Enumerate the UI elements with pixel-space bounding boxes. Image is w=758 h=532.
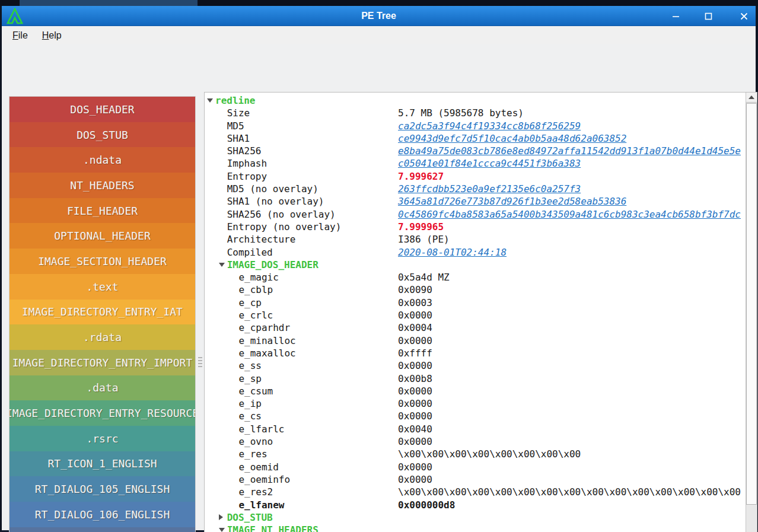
tree-row-e-cs[interactable]: e_cs0x0000	[205, 410, 746, 422]
tree-row-label: Compiled	[227, 246, 273, 259]
tree-row-e-crlc[interactable]: e_crlc0x0000	[205, 309, 746, 321]
tree-row-e-ip[interactable]: e_ip0x0000	[205, 397, 746, 410]
tree-row-value[interactable]: ca2dc5a3f94c4f19334cc8b68f256259	[398, 120, 581, 132]
tree-row-image-dos-header[interactable]: IMAGE_DOS_HEADER	[205, 259, 746, 271]
vertical-scrollbar[interactable]	[746, 93, 757, 532]
sidebar-item-file_header[interactable]: FILE_HEADER	[9, 198, 195, 224]
sidebar-item-label: .rdata	[83, 331, 122, 343]
tree-row-e-cblp[interactable]: e_cblp0x0090	[205, 283, 746, 296]
tree-row-label: Entropy (no overlay)	[227, 221, 342, 233]
tree-row-compiled[interactable]: Compiled2020-08-01T02:44:18	[205, 246, 746, 259]
tree-row-label: e_oemid	[238, 461, 278, 473]
tree-row-e-minalloc[interactable]: e_minalloc0x0000	[205, 335, 746, 347]
tree-row-e-cp[interactable]: e_cp0x0003	[205, 297, 746, 309]
tree-row-value: 0x0003	[398, 297, 432, 309]
close-button[interactable]	[739, 11, 749, 21]
tree-row-e-res2[interactable]: e_res2\x00\x00\x00\x00\x00\x00\x00\x00\x…	[205, 486, 746, 498]
minimize-button[interactable]	[671, 11, 681, 21]
tree-row-e-ss[interactable]: e_ss0x0000	[205, 359, 746, 372]
tree-row-value[interactable]: ce9943d9efc7d5f10cac4ab0b5aa48d62a063852	[398, 132, 626, 145]
sidebar-item-label: .ndata	[83, 154, 122, 166]
sidebar-item-.text[interactable]: .text	[9, 274, 195, 300]
tree-row-image-nt-headers[interactable]: IMAGE_NT_HEADERS	[205, 524, 746, 532]
tree-row-value[interactable]: 0c45869fc4ba8583a65a5400b343509a481c6cb9…	[398, 208, 741, 221]
tree-row-label: Entropy	[227, 170, 267, 183]
main-content: DOS_HEADERDOS_STUB.ndataNT_HEADERSFILE_H…	[2, 44, 756, 530]
tree-row-label: e_lfarlc	[238, 423, 284, 435]
sidebar-item-dos_stub[interactable]: DOS_STUB	[9, 122, 195, 148]
tree-row-sha256[interactable]: SHA256e8ba49a75de083cb786e8ed84972affa11…	[205, 145, 746, 157]
sidebar-item-nt_headers[interactable]: NT_HEADERS	[9, 173, 195, 198]
tree-row-label: e_ovno	[238, 435, 273, 448]
sidebar-item-label: DOS_HEADER	[70, 103, 134, 116]
tree-row-entropy-no-overlay-[interactable]: Entropy (no overlay)7.999965	[205, 221, 746, 233]
tree-row-e-ovno[interactable]: e_ovno0x0000	[205, 435, 746, 448]
tree-row-size[interactable]: Size5.7 MB (5985678 bytes)	[205, 107, 746, 119]
tree-row-value[interactable]: 2020-08-01T02:44:18	[398, 246, 507, 259]
tree-row-value: 0x00b8	[398, 372, 432, 385]
tree-row-sha256-no-overlay-[interactable]: SHA256 (no overlay)0c45869fc4ba8583a65a5…	[205, 208, 746, 221]
tree-row-redline[interactable]: redline	[205, 94, 746, 107]
expanded-arrow-icon[interactable]	[219, 263, 225, 267]
tree-row-e-csum[interactable]: e_csum0x0000	[205, 385, 746, 397]
sidebar-item-.rsrc[interactable]: .rsrc	[9, 426, 195, 451]
sidebar-item-label: DOS_STUB	[77, 129, 128, 141]
pe-map-sidebar[interactable]: DOS_HEADERDOS_STUB.ndataNT_HEADERSFILE_H…	[9, 96, 196, 532]
scrollbar-thumb[interactable]	[746, 103, 757, 505]
sidebar-item-rt_dialog_105_english[interactable]: RT_DIALOG_105_ENGLISH	[9, 476, 195, 502]
expanded-arrow-icon[interactable]	[219, 528, 225, 532]
tree-row-label: e_ip	[238, 397, 262, 410]
tree-row-imphash[interactable]: Imphashc05041e01f84e1ccca9c4451f3b6a383	[205, 157, 746, 170]
tree-row-e-magic[interactable]: e_magic0x5a4d MZ	[205, 271, 746, 283]
sidebar-item-optional_header[interactable]: OPTIONAL_HEADER	[9, 223, 195, 249]
tree-row-value[interactable]: c05041e01f84e1ccca9c4451f3b6a383	[398, 157, 581, 170]
tree-row-sha1[interactable]: SHA1ce9943d9efc7d5f10cac4ab0b5aa48d62a06…	[205, 132, 746, 145]
sidebar-item-rt_icon_1_english[interactable]: RT_ICON_1_ENGLISH	[9, 451, 195, 477]
sidebar-item-.data[interactable]: .data	[9, 375, 195, 401]
tree-row-value[interactable]: 3645a81d726e773b87d926f1b3ee2d58eab53836	[398, 195, 626, 208]
tree-row-value[interactable]: e8ba49a75de083cb786e8ed84972affa11542dd9…	[398, 145, 741, 157]
menu-item-file[interactable]: File	[8, 28, 33, 43]
tree-row-e-oemid[interactable]: e_oemid0x0000	[205, 461, 746, 473]
tree-row-architecture[interactable]: ArchitectureI386 (PE)	[205, 233, 746, 246]
tree-row-value: 0x0090	[398, 283, 432, 296]
sidebar-item-rt_dialog_111_english[interactable]: RT_DIALOG_111_ENGLISH	[9, 527, 195, 532]
sidebar-item-label: IMAGE_DIRECTORY_ENTRY_RESOURCE	[9, 407, 195, 419]
menu-item-help[interactable]: Help	[37, 28, 66, 43]
scrollbar-up-button[interactable]	[746, 93, 757, 103]
sidebar-item-.ndata[interactable]: .ndata	[9, 147, 195, 173]
tree-row-e-lfanew[interactable]: e_lfanew0x000000d8	[205, 499, 746, 511]
tree-row-entropy[interactable]: Entropy7.999627	[205, 170, 746, 183]
tree-row-label: redline	[215, 94, 255, 107]
tree-row-value: 0xffff	[398, 347, 432, 359]
sidebar-item-dos_header[interactable]: DOS_HEADER	[9, 97, 195, 122]
tree-row-sha1-no-overlay-[interactable]: SHA1 (no overlay)3645a81d726e773b87d926f…	[205, 195, 746, 208]
sidebar-item-label: .data	[86, 381, 118, 394]
tree-row-dos-stub[interactable]: DOS_STUB	[205, 511, 746, 524]
tree-row-e-maxalloc[interactable]: e_maxalloc0xffff	[205, 347, 746, 359]
tree-row-e-sp[interactable]: e_sp0x00b8	[205, 372, 746, 385]
tree-row-e-res[interactable]: e_res\x00\x00\x00\x00\x00\x00\x00\x00	[205, 448, 746, 460]
sidebar-item-image_directory_entry_import[interactable]: IMAGE_DIRECTORY_ENTRY_IMPORT	[9, 350, 195, 375]
tree-row-value[interactable]: 263ffcdbb523e0a9ef2135e6c0a257f3	[398, 183, 581, 195]
splitter-handle[interactable]	[196, 89, 204, 532]
tree-row-md5-no-overlay-[interactable]: MD5 (no overlay)263ffcdbb523e0a9ef2135e6…	[205, 183, 746, 195]
collapsed-arrow-icon[interactable]	[219, 514, 223, 520]
sidebar-item-image_section_header[interactable]: IMAGE_SECTION_HEADER	[9, 249, 195, 274]
tree-row-e-oeminfo[interactable]: e_oeminfo0x0000	[205, 473, 746, 486]
title-bar[interactable]: PE Tree	[2, 6, 756, 26]
tree-row-e-cparhdr[interactable]: e_cparhdr0x0004	[205, 321, 746, 334]
tree-row-label: e_cs	[238, 410, 262, 422]
sidebar-item-image_directory_entry_resource[interactable]: IMAGE_DIRECTORY_ENTRY_RESOURCE	[9, 400, 195, 426]
tree-row-e-lfarlc[interactable]: e_lfarlc0x0040	[205, 423, 746, 435]
expanded-arrow-icon[interactable]	[207, 98, 213, 103]
tree-row-label: SHA256 (no overlay)	[227, 208, 336, 221]
sidebar-item-label: FILE_HEADER	[67, 205, 138, 217]
maximize-button[interactable]	[703, 11, 714, 21]
sidebar-item-rt_dialog_106_english[interactable]: RT_DIALOG_106_ENGLISH	[9, 502, 195, 527]
tree-row-md5[interactable]: MD5ca2dc5a3f94c4f19334cc8b68f256259	[205, 120, 746, 132]
tree-row-label: e_magic	[238, 271, 278, 283]
sidebar-item-.rdata[interactable]: .rdata	[9, 324, 195, 350]
tree-row-label: e_csum	[238, 385, 273, 397]
sidebar-item-image_directory_entry_iat[interactable]: IMAGE_DIRECTORY_ENTRY_IAT	[9, 300, 195, 325]
